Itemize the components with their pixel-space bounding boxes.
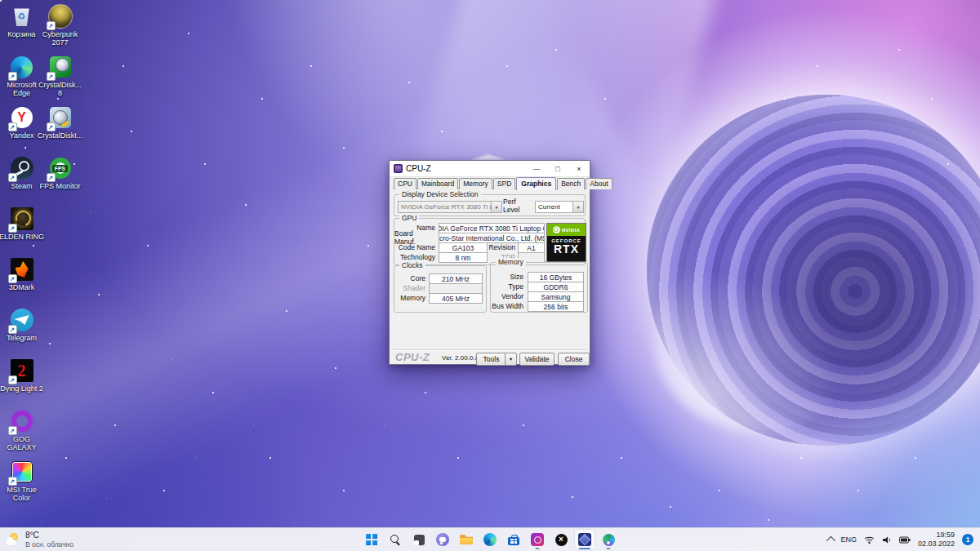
- desktop-icon-elden-ring[interactable]: ↗ ELDEN RING: [2, 207, 41, 257]
- tab-bench[interactable]: Bench: [557, 178, 585, 189]
- tab-graphics[interactable]: Graphics: [516, 177, 556, 190]
- group-legend: GPU: [399, 214, 419, 222]
- icon-label: ELDEN RING: [0, 233, 46, 241]
- window-title: CPU-Z: [406, 164, 431, 173]
- start-button[interactable]: [362, 530, 381, 549]
- bus-width-field: 256 bits: [528, 301, 584, 312]
- cyan-nebula: [776, 351, 980, 551]
- desktop-icon-recycle-bin[interactable]: ♻ Корзина: [2, 4, 41, 55]
- weather-temp: 8°C: [25, 531, 74, 540]
- close-button[interactable]: ×: [568, 161, 590, 176]
- perf-level-select[interactable]: Current ▼: [535, 201, 584, 213]
- tools-dropdown-button[interactable]: ▼: [505, 353, 517, 366]
- recycle-bin-icon: ♻: [14, 7, 30, 26]
- perf-level-label: Perf Level: [503, 201, 534, 211]
- wifi-icon[interactable]: [864, 535, 875, 544]
- file-explorer-button[interactable]: [457, 530, 476, 549]
- icon-label: CrystalDiskI...: [37, 131, 84, 140]
- folder-icon: [460, 535, 473, 544]
- desktop-icon-dying-light-2[interactable]: 2↗ Dying Light 2: [2, 358, 41, 409]
- msi-center-button[interactable]: [528, 530, 547, 549]
- desktop-icon-gog-galaxy[interactable]: ↗ GOG GALAXY: [2, 409, 41, 460]
- tab-memory[interactable]: Memory: [459, 178, 492, 189]
- validate-button[interactable]: Validate: [519, 353, 555, 366]
- nvidia-geforce-rtx-badge: NVIDIA GEFORCE RTX: [546, 223, 586, 262]
- palette-icon: [603, 534, 615, 546]
- xbox-icon: ×: [555, 534, 568, 546]
- screen: ♻ Корзина ↗ Cyberpunk 2077 ↗ Microsoft E…: [0, 0, 980, 551]
- rtx-text: RTX: [547, 243, 586, 256]
- desktop-icon-yandex[interactable]: Y↗ Yandex: [2, 105, 41, 156]
- stars-faint: [0, 0, 1, 1]
- edge-icon: [483, 533, 497, 546]
- nvidia-eye-icon: [553, 226, 560, 233]
- board-manuf-label: Board Manuf.: [394, 233, 435, 242]
- chat-button[interactable]: [433, 530, 452, 549]
- memory-clock-field: 405 MHz: [429, 293, 483, 304]
- technology-field: 8 nm: [439, 252, 488, 263]
- language-indicator[interactable]: ENG: [840, 535, 857, 544]
- battery-icon[interactable]: [899, 536, 911, 544]
- gpu-group: GPU Name NVIDIA GeForce RTX 3080 Ti Lapt…: [394, 218, 586, 265]
- size-label: Size: [491, 272, 523, 282]
- memory-clock-label: Memory: [394, 293, 425, 303]
- task-view-button[interactable]: [409, 530, 429, 549]
- active-indicator: [579, 548, 590, 550]
- xbox-button[interactable]: ×: [551, 530, 571, 549]
- clock[interactable]: 19:59 02.03.2022: [918, 531, 955, 549]
- color-app-button[interactable]: [599, 530, 618, 549]
- desktop-icon-crystaldiskmark-8[interactable]: ↗ CrystalDisk... 8: [41, 55, 79, 105]
- icon-label: Telegram: [0, 334, 46, 342]
- core-label: Core: [394, 273, 425, 283]
- notification-badge[interactable]: 1: [962, 534, 973, 545]
- tab-cpu[interactable]: CPU: [394, 178, 416, 189]
- edge-button[interactable]: [480, 530, 500, 549]
- tab-mainboard[interactable]: Mainboard: [417, 178, 458, 189]
- tab-about[interactable]: About: [586, 178, 612, 189]
- tray-overflow-chevron-icon[interactable]: [826, 536, 835, 545]
- maximize-button[interactable]: □: [547, 161, 568, 176]
- cpuz-taskbar-button[interactable]: [575, 530, 595, 549]
- desktop-icon-3dmark[interactable]: ↗ 3DMark: [2, 257, 41, 308]
- weather-widget[interactable]: 8°C В осн. облачно: [6, 530, 74, 549]
- date: 02.03.2022: [918, 540, 955, 549]
- display-device-select: NVIDIA GeForce RTX 3080 Ti Laptop ▼: [398, 201, 502, 213]
- cpuz-window: CPU-Z — □ × CPU Mainboard Memory SPD Gra…: [389, 160, 590, 365]
- desktop-icon-crystaldiskinfo[interactable]: ↗ CrystalDiskI...: [41, 105, 79, 156]
- windows-logo-icon: [366, 534, 377, 545]
- close-window-button[interactable]: Close: [558, 353, 590, 366]
- icon-label: CrystalDisk... 8: [37, 81, 84, 98]
- minimize-button[interactable]: —: [526, 161, 547, 176]
- desktop-icon-steam[interactable]: ↗ Steam: [2, 156, 41, 207]
- shortcut-arrow-icon: ↗: [8, 72, 17, 81]
- shader-label: Shader: [394, 283, 425, 293]
- running-indicator: [536, 548, 540, 550]
- desktop-icon-telegram[interactable]: ↗ Telegram: [2, 308, 41, 358]
- group-legend: Display Device Selection: [399, 190, 481, 198]
- revision-label: Revision: [486, 242, 515, 252]
- search-button[interactable]: [385, 530, 405, 549]
- icon-label: FPS Monitor: [37, 182, 84, 190]
- desktop-icon-msi-true-color[interactable]: ↗ MSI True Color: [2, 460, 41, 510]
- desktop-icon-microsoft-edge[interactable]: ↗ Microsoft Edge: [2, 55, 41, 105]
- type-label: Type: [491, 282, 523, 291]
- wallpaper-triangle-glow: [470, 154, 506, 160]
- desktop-icon-cyberpunk-2077[interactable]: ↗ Cyberpunk 2077: [41, 4, 79, 55]
- taskbar: 8°C В осн. облачно × ENG: [0, 527, 980, 551]
- shortcut-arrow-icon: ↗: [8, 477, 17, 486]
- volume-icon[interactable]: [882, 535, 892, 544]
- tools-button[interactable]: Tools: [476, 353, 506, 366]
- dropdown-arrow-icon: ▼: [572, 202, 583, 212]
- tab-spd[interactable]: SPD: [493, 178, 515, 189]
- shortcut-arrow-icon: ↗: [8, 224, 17, 233]
- group-legend: Clocks: [399, 261, 425, 269]
- title-bar[interactable]: CPU-Z — □ ×: [390, 161, 590, 177]
- shortcut-arrow-icon: ↗: [47, 122, 56, 131]
- partly-cloudy-icon: [6, 533, 20, 546]
- footer-divider: [393, 349, 586, 350]
- microsoft-store-button[interactable]: [504, 530, 523, 549]
- memory-group: Memory Size 16 GBytes Type GDDR6 Vendor …: [490, 262, 588, 313]
- dropdown-arrow-icon: ▼: [491, 202, 501, 212]
- desktop-icon-fps-monitor[interactable]: FPS↗ FPS Monitor: [41, 156, 79, 207]
- chat-icon: [436, 533, 449, 546]
